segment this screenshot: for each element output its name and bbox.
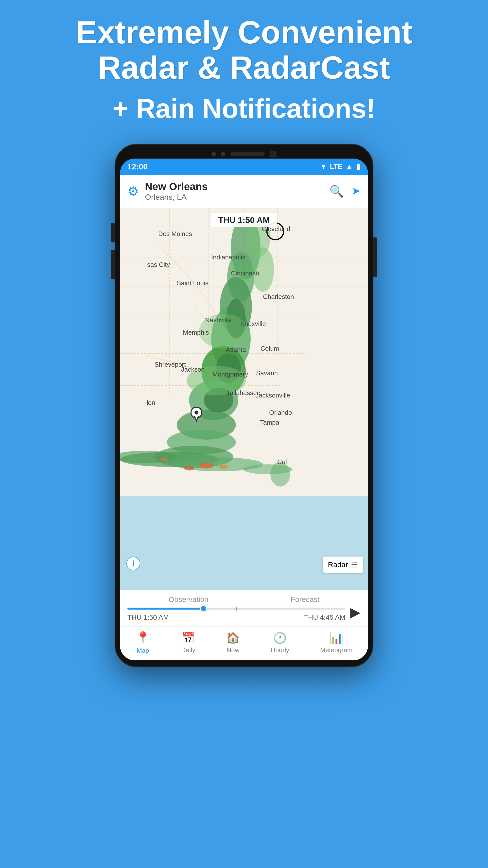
city-indianapolis: Indianapolis <box>211 253 246 261</box>
observation-label: Observation <box>169 595 208 603</box>
svg-point-35 <box>194 410 198 414</box>
status-time: 12:00 <box>127 162 148 172</box>
nav-daily[interactable]: 📅 Daily <box>181 631 195 654</box>
info-button[interactable]: i <box>126 557 140 570</box>
meteogram-nav-icon: 📊 <box>329 631 343 644</box>
city-tampa: Tampa <box>260 419 279 426</box>
nav-map-label: Map <box>136 647 149 654</box>
lte-label: LTE <box>330 163 343 170</box>
camera-dot-right <box>221 152 225 156</box>
city-cul: Cul <box>277 458 287 466</box>
city-jacksonville: Jacksonville <box>256 392 290 399</box>
now-nav-icon: 🏠 <box>226 631 240 644</box>
nav-daily-label: Daily <box>181 646 195 654</box>
layers-icon: ☴ <box>351 560 358 569</box>
header-line2: Radar & RadarCast <box>98 50 390 86</box>
timeline-section: Observation Forecast THU 1:50 AM THU 4:4… <box>120 590 368 626</box>
nav-now-label: Now <box>227 646 239 654</box>
city-atlanta: Atlanta <box>226 346 246 353</box>
signal-icon: ▲ <box>345 162 353 172</box>
radar-map[interactable]: Des Moines Indianapolis Cleveland Cincin… <box>120 208 368 590</box>
camera-dot-left <box>212 152 216 156</box>
city-charleston: Charleston <box>263 293 294 301</box>
volume-up-button <box>111 223 115 242</box>
radar-layer-button[interactable]: Radar ☴ <box>323 557 363 573</box>
header-line3: + Rain Notifications! <box>10 93 478 124</box>
city-lon: lon <box>147 399 155 407</box>
svg-point-29 <box>199 463 214 468</box>
city-memphis: Memphis <box>183 329 209 336</box>
phone-top-notch <box>120 151 368 158</box>
volume-down-button <box>111 250 115 279</box>
status-bar-right: ▼ LTE ▲ ▮ <box>320 162 361 172</box>
map-timestamp: THU 1:50 AM <box>211 213 277 227</box>
nav-map[interactable]: 📍 Map <box>135 631 150 654</box>
phone-frame: 12:00 ▼ LTE ▲ ▮ ⚙ New Orleans Orleans, L… <box>115 144 373 667</box>
nav-hourly[interactable]: 🕐 Hourly <box>271 631 289 654</box>
city-kansas-city: sas City <box>147 261 170 269</box>
hourly-nav-icon: 🕐 <box>273 631 287 644</box>
front-camera <box>270 151 276 158</box>
svg-point-32 <box>161 458 168 461</box>
search-icon[interactable]: 🔍 <box>329 184 344 198</box>
daily-nav-icon: 📅 <box>182 631 195 644</box>
location-info: New Orleans Orleans, LA <box>145 181 323 202</box>
timeline-progress <box>127 608 203 610</box>
wifi-icon: ▼ <box>320 163 327 170</box>
location-name: New Orleans <box>145 181 323 193</box>
header-line1: Extremely Convenient <box>76 14 412 50</box>
phone-mockup: 12:00 ▼ LTE ▲ ▮ ⚙ New Orleans Orleans, L… <box>0 144 488 667</box>
obs-forecast-labels: Observation Forecast <box>127 595 361 603</box>
timeline-scrubber[interactable] <box>200 605 207 612</box>
timeline-midpoint <box>236 607 237 611</box>
city-knoxville: Knoxville <box>240 320 266 328</box>
settings-icon[interactable]: ⚙ <box>127 184 139 199</box>
nav-hourly-label: Hourly <box>271 646 289 654</box>
timeline-times: THU 1:50 AM THU 4:45 AM <box>127 614 345 621</box>
location-sub: Orleans, LA <box>145 193 323 202</box>
power-button <box>373 238 377 277</box>
city-savannah: Savann <box>256 369 278 377</box>
nav-meteogram[interactable]: 📊 Meteogram <box>320 631 353 654</box>
city-des-moines: Des Moines <box>158 230 192 238</box>
play-button[interactable]: ▶ <box>350 604 361 620</box>
battery-icon: ▮ <box>356 162 361 172</box>
bottom-navigation: 📍 Map 📅 Daily 🏠 Now 🕐 Hourly <box>120 626 368 660</box>
city-cincinnati: Cincinnati <box>231 270 259 277</box>
timeline-end-time: THU 4:45 AM <box>304 614 345 621</box>
timeline-start-time: THU 1:50 AM <box>127 614 169 621</box>
svg-point-31 <box>219 465 228 469</box>
city-jackson: Jackson <box>181 366 204 373</box>
header-actions: 🔍 ➤ <box>329 184 361 198</box>
city-columbia: Colum <box>261 345 279 352</box>
nav-now[interactable]: 🏠 Now <box>226 631 240 654</box>
city-nashville: Nashville <box>205 316 231 324</box>
nav-meteogram-label: Meteogram <box>320 646 353 654</box>
phone-screen: 12:00 ▼ LTE ▲ ▮ ⚙ New Orleans Orleans, L… <box>120 159 368 660</box>
city-saint-louis: Saint Louis <box>177 279 208 287</box>
status-bar: 12:00 ▼ LTE ▲ ▮ <box>120 159 368 175</box>
city-tallahassee: Tallahassee <box>227 389 260 397</box>
promo-header: Extremely Convenient Radar & RadarCast +… <box>0 0 488 134</box>
phone-speaker <box>230 152 265 156</box>
map-nav-icon: 📍 <box>135 631 150 645</box>
radar-label: Radar <box>328 560 348 569</box>
navigate-icon[interactable]: ➤ <box>352 184 361 198</box>
forecast-label: Forecast <box>291 595 319 603</box>
city-orlando: Orlando <box>269 409 292 416</box>
app-header: ⚙ New Orleans Orleans, LA 🔍 ➤ <box>120 175 368 208</box>
city-montgomery: Montgomery <box>213 371 248 378</box>
timeline-bar[interactable] <box>127 608 345 610</box>
svg-point-30 <box>184 466 194 470</box>
